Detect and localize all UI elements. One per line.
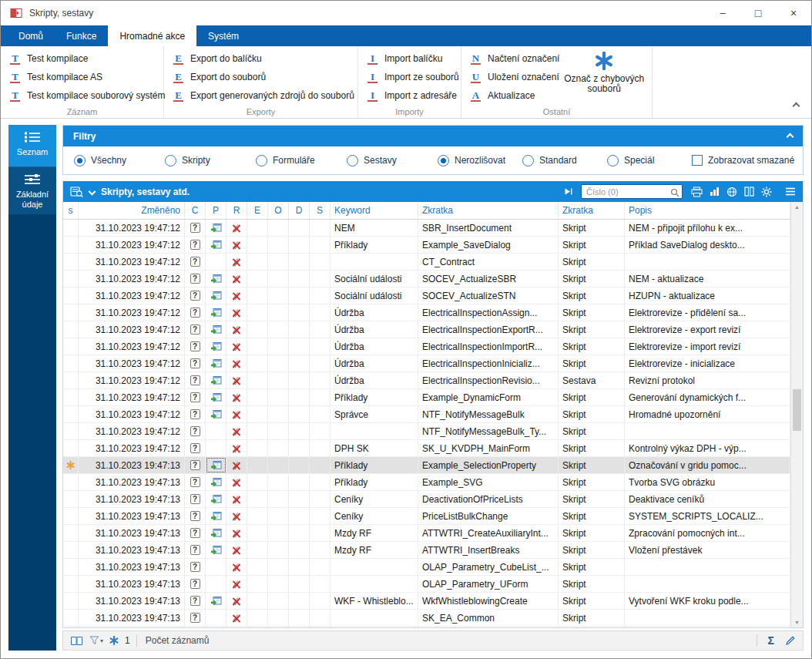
- column-header-s-0[interactable]: s: [63, 202, 79, 219]
- table-row[interactable]: 31.10.2023 19:47:13?Mzdy RFATTWTRI_Inser…: [63, 542, 790, 559]
- filter-radio-sestavy[interactable]: Sestavy: [347, 155, 438, 166]
- main-area: Filtry VšechnySkriptyFormulářeSestavy Ne…: [62, 125, 804, 651]
- question-icon: ?: [190, 545, 200, 555]
- minimize-button[interactable]: −: [705, 1, 740, 25]
- column-header-d-7[interactable]: D: [289, 202, 310, 219]
- ribbon-tab-system[interactable]: Systém: [196, 25, 250, 46]
- search-icon[interactable]: [670, 187, 679, 200]
- chevron-down-icon[interactable]: [89, 186, 95, 200]
- table-row[interactable]: 31.10.2023 19:47:13?PříkladyExample_Sele…: [63, 457, 790, 474]
- table-row[interactable]: 31.10.2023 19:47:12?Sociální událostiSOC…: [63, 271, 790, 287]
- filter-radio-formulare[interactable]: Formuláře: [256, 155, 347, 166]
- close-button[interactable]: ×: [776, 1, 811, 25]
- show-deleted-checkbox[interactable]: Zobrazovat smazané: [692, 155, 794, 166]
- table-row[interactable]: 31.10.2023 19:47:13?OLAP_Parametry_UForm…: [63, 576, 790, 593]
- question-icon: ?: [190, 240, 200, 250]
- marked-filter-icon[interactable]: [109, 636, 119, 645]
- filter-radio-vsechny[interactable]: Všechny: [74, 155, 165, 166]
- mark-cell: [63, 576, 79, 592]
- sum-icon[interactable]: Σ: [768, 634, 774, 647]
- ribbon-button-import-z-adresare[interactable]: IImport z adresáře: [367, 86, 459, 105]
- column-header-popis-12[interactable]: Popis: [625, 202, 790, 219]
- table-row[interactable]: 31.10.2023 19:47:13?SK_EA_CommonSkript: [63, 610, 790, 627]
- column-header-zkratka-11[interactable]: Zkratka: [559, 202, 625, 219]
- menu-icon[interactable]: [785, 187, 796, 196]
- print-icon[interactable]: [691, 187, 703, 197]
- table-row[interactable]: 31.10.2023 19:47:12?Sociální událostiSOC…: [63, 287, 790, 304]
- ribbon-button-oznac-z-chybovych-souboru[interactable]: Označ z chybových souborů: [562, 49, 646, 105]
- column-header-r-4[interactable]: R: [226, 202, 247, 219]
- columns-icon[interactable]: [744, 187, 754, 197]
- table-row[interactable]: 31.10.2023 19:47:12?PříkladyExample_Dyna…: [63, 389, 790, 406]
- table-row[interactable]: 31.10.2023 19:47:12?SprávceNTF_NotifyMes…: [63, 406, 790, 423]
- collapse-filters-icon[interactable]: [787, 131, 793, 142]
- ribbon-button-export-generovanych-zdroju-do-souboru[interactable]: EExport generovaných zdrojů do souborů: [173, 86, 354, 105]
- scrollbar-thumb[interactable]: [793, 389, 801, 431]
- table-row[interactable]: 31.10.2023 19:47:13?OLAP_Parametry_CubeL…: [63, 559, 790, 576]
- column-header-o-6[interactable]: O: [268, 202, 289, 219]
- ribbon-button-test-kompilace[interactable]: TTest kompilace: [10, 49, 165, 68]
- table-row[interactable]: 31.10.2023 19:47:12?DPH SKSK_U_KVDPH_Mai…: [63, 440, 790, 457]
- search-input[interactable]: [581, 184, 683, 199]
- table-row[interactable]: 31.10.2023 19:47:12?ÚdržbaElectricalInsp…: [63, 321, 790, 338]
- collapse-ribbon-icon[interactable]: [794, 98, 799, 112]
- table-row[interactable]: 31.10.2023 19:47:12?ÚdržbaElectricalInsp…: [63, 304, 790, 321]
- table-row[interactable]: 31.10.2023 19:47:12?ÚdržbaElectricalInsp…: [63, 338, 790, 355]
- radio-label: Nerozlišovat: [455, 155, 505, 166]
- column-header-c-2[interactable]: C: [185, 202, 206, 219]
- table-row[interactable]: 31.10.2023 19:47:13?WKF - Whistleblo...W…: [63, 593, 790, 610]
- ribbon-button-import-balicku[interactable]: IImport balíčku: [367, 49, 459, 68]
- sidebar-item-zakladni-udaje[interactable]: Základní údaje: [8, 166, 56, 214]
- keyword-cell: [331, 610, 418, 626]
- ribbon-button-export-do-souboru[interactable]: EExport do souborů: [173, 68, 354, 86]
- filter-radio-nerozlisovat[interactable]: Nerozlišovat: [438, 155, 522, 166]
- ribbon-tab-funkce[interactable]: Funkce: [55, 25, 108, 46]
- filter-class-group: NerozlišovatStandardSpeciál: [438, 155, 692, 166]
- ribbon-button-test-kompilace-souborovy-system[interactable]: TTest kompilace souborový systém: [10, 86, 165, 105]
- column-header-e-5[interactable]: E: [247, 202, 268, 219]
- globe-icon[interactable]: [726, 187, 737, 197]
- sidebar-item-seznam[interactable]: Seznam: [8, 125, 56, 166]
- type-cell: Skript: [559, 576, 625, 592]
- lookup-icon[interactable]: [70, 186, 83, 198]
- book-icon[interactable]: [70, 636, 83, 646]
- table-row[interactable]: 31.10.2023 19:47:12?NTF_NotifyMessageBul…: [63, 423, 790, 440]
- ribbon-button-export-do-balicku[interactable]: EExport do balíčku: [173, 49, 354, 68]
- ribbon-button-ulozeni-oznaceni[interactable]: UUložení označení: [471, 68, 559, 86]
- chart-icon[interactable]: [710, 187, 720, 197]
- ribbon-button-nacteni-oznaceni[interactable]: NNačtení označení: [471, 49, 559, 68]
- ribbon-tab-domu[interactable]: Domů: [7, 25, 55, 46]
- column-header-p-3[interactable]: P: [206, 202, 226, 219]
- column-header-zkratka-10[interactable]: Zkratka: [418, 202, 559, 219]
- filter-radio-skripty[interactable]: Skripty: [165, 155, 256, 166]
- c-flag-cell: ?: [185, 576, 206, 592]
- filter-icon[interactable]: ▾: [89, 636, 103, 645]
- column-header-keyword-9[interactable]: Keyword: [331, 202, 418, 219]
- column-header-s-8[interactable]: S: [310, 202, 331, 219]
- table-row[interactable]: 31.10.2023 19:47:13?CeníkyDeactivationOf…: [63, 491, 790, 508]
- edit-icon[interactable]: [785, 635, 796, 646]
- ribbon-tab-hromadne-akce[interactable]: Hromadné akce: [108, 25, 196, 46]
- table-row[interactable]: 31.10.2023 19:47:12?NEMSBR_InsertDocumen…: [63, 220, 790, 237]
- changed-cell: 31.10.2023 19:47:12: [79, 321, 185, 338]
- table-row[interactable]: 31.10.2023 19:47:12?ÚdržbaElectricalInsp…: [63, 355, 790, 372]
- ribbon-button-test-kompilace-as[interactable]: TTest kompilace AS: [10, 68, 165, 86]
- vertical-scrollbar[interactable]: ▲ ▼: [790, 202, 803, 627]
- table-row[interactable]: 31.10.2023 19:47:13?PříkladyExample_SVGS…: [63, 474, 790, 491]
- ribbon-button-import-ze-souboru[interactable]: IImport ze souborů: [367, 68, 459, 86]
- filter-radio-standard[interactable]: Standard: [522, 155, 607, 166]
- grid-title: Skripty, sestavy atd.: [101, 187, 190, 197]
- table-row[interactable]: 31.10.2023 19:47:13?CeníkyPriceListBulkC…: [63, 508, 790, 525]
- table-row[interactable]: 31.10.2023 19:47:12?CT_ContractSkript: [63, 254, 790, 271]
- table-row[interactable]: 31.10.2023 19:47:13?Mzdy RFATTWTRI_Creat…: [63, 525, 790, 542]
- table-row[interactable]: 31.10.2023 19:47:12?PříkladyExample_Save…: [63, 237, 790, 254]
- scroll-down-icon[interactable]: ▼: [794, 620, 800, 625]
- scroll-up-icon[interactable]: ▲: [794, 204, 800, 210]
- maximize-button[interactable]: □: [740, 1, 776, 25]
- ribbon-button-aktualizace[interactable]: AAktualizace: [471, 86, 559, 105]
- table-row[interactable]: 31.10.2023 19:47:12?ÚdržbaElectricalInsp…: [63, 372, 790, 389]
- play-icon[interactable]: [564, 187, 572, 196]
- gear-icon[interactable]: [761, 187, 772, 197]
- column-header-zmeneno-1[interactable]: Změněno: [79, 202, 185, 219]
- filter-radio-special[interactable]: Speciál: [607, 155, 692, 166]
